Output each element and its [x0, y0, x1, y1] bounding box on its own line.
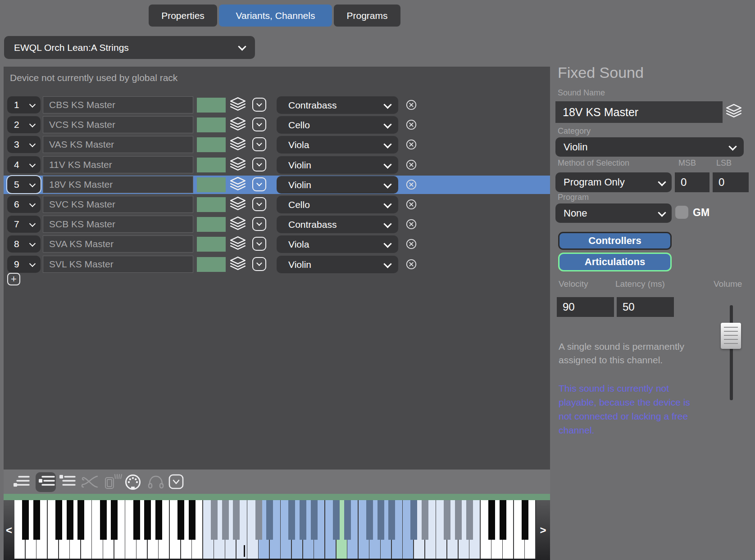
scroll-keyboard-left-button[interactable]: <	[4, 500, 14, 560]
color-swatch[interactable]	[197, 237, 226, 252]
channel-number-dropdown[interactable]: 5	[7, 176, 41, 193]
expand-row-button[interactable]	[252, 177, 266, 191]
add-channel-button[interactable]: +	[7, 273, 20, 285]
layers-icon[interactable]	[229, 157, 246, 173]
channel-row[interactable]: 5 18V KS Master Violin	[4, 176, 550, 194]
remove-channel-icon[interactable]	[406, 219, 417, 230]
black-key-35[interactable]	[410, 500, 417, 540]
black-key-11[interactable]	[144, 500, 151, 540]
channel-number-dropdown[interactable]: 1	[7, 96, 41, 113]
category-dropdown[interactable]: Contrabass	[277, 216, 398, 233]
black-key-45[interactable]	[522, 500, 528, 540]
black-key-1[interactable]	[33, 500, 40, 540]
channel-row[interactable]: 6 SVC KS Master Cello	[4, 195, 550, 214]
volume-slider-handle[interactable]	[721, 323, 741, 349]
channel-number-dropdown[interactable]: 9	[7, 256, 41, 273]
expand-row-button[interactable]	[252, 197, 266, 211]
category-dropdown[interactable]: Contrabass	[277, 96, 398, 114]
expand-row-button[interactable]	[252, 158, 266, 172]
black-key-10[interactable]	[133, 500, 140, 540]
category-dropdown[interactable]: Violin	[277, 156, 398, 174]
color-swatch[interactable]	[197, 217, 226, 232]
velocity-input[interactable]: 90	[557, 297, 614, 317]
channel-number-dropdown[interactable]: 2	[7, 116, 41, 133]
mixer-rows-c-icon[interactable]	[59, 474, 77, 488]
black-key-5[interactable]	[77, 500, 84, 540]
expand-row-button[interactable]	[252, 137, 266, 151]
channel-row[interactable]: 1 CBS KS Master Contrabass	[4, 96, 550, 114]
black-key-22[interactable]	[266, 500, 273, 540]
remove-channel-icon[interactable]	[406, 139, 417, 150]
channel-row[interactable]: 2 VCS KS Master Cello	[4, 116, 550, 134]
sound-name-field[interactable]: SCB KS Master	[43, 216, 193, 233]
black-key-4[interactable]	[67, 500, 73, 540]
layers-icon[interactable]	[229, 117, 246, 133]
black-key-24[interactable]	[288, 500, 295, 540]
category-dropdown[interactable]: Violin	[277, 176, 398, 194]
black-key-36[interactable]	[422, 500, 428, 540]
msb-input[interactable]: 0	[675, 172, 710, 192]
black-key-40[interactable]	[466, 500, 473, 540]
expand-row-button[interactable]	[252, 117, 266, 131]
black-key-29[interactable]	[344, 500, 351, 540]
expand-row-button[interactable]	[252, 98, 266, 112]
tab-variants-channels[interactable]: Variants, Channels	[219, 5, 332, 27]
black-key-38[interactable]	[444, 500, 450, 540]
sound-name-field[interactable]: SVC KS Master	[43, 196, 193, 213]
sound-name-field[interactable]: 18V KS Master	[43, 176, 193, 193]
sound-name-field[interactable]: CBS KS Master	[43, 96, 193, 113]
channel-number-dropdown[interactable]: 4	[7, 156, 41, 173]
midi-din-icon[interactable]	[124, 474, 141, 491]
expand-row-button[interactable]	[252, 217, 266, 231]
layers-icon[interactable]	[229, 256, 246, 272]
black-key-31[interactable]	[366, 500, 373, 540]
channel-row[interactable]: 8 SVA KS Master Viola	[4, 235, 550, 253]
category-dropdown[interactable]: Cello	[277, 116, 398, 134]
color-swatch[interactable]	[197, 98, 226, 113]
expand-row-button[interactable]	[252, 257, 266, 271]
black-key-0[interactable]	[22, 500, 29, 540]
channel-number-dropdown[interactable]: 3	[7, 136, 41, 153]
layers-icon[interactable]	[229, 176, 246, 193]
program-select[interactable]: None	[555, 203, 672, 223]
black-key-12[interactable]	[155, 500, 162, 540]
sound-name-field[interactable]: 11V KS Master	[43, 156, 193, 173]
expand-row-button[interactable]	[252, 237, 266, 251]
color-swatch[interactable]	[197, 137, 226, 152]
category-dropdown[interactable]: Viola	[277, 235, 398, 253]
black-key-39[interactable]	[455, 500, 462, 540]
controllers-button[interactable]: Controllers	[558, 232, 672, 250]
channel-number-dropdown[interactable]: 7	[7, 216, 41, 233]
mixer-rows-a-icon[interactable]	[13, 474, 31, 488]
sound-name-input[interactable]: 18V KS Master	[555, 101, 723, 123]
remove-channel-icon[interactable]	[406, 119, 417, 130]
tab-properties[interactable]: Properties	[149, 5, 217, 27]
color-swatch[interactable]	[197, 158, 226, 172]
channel-number-dropdown[interactable]: 8	[7, 235, 41, 253]
black-key-18[interactable]	[222, 500, 229, 540]
category-dropdown[interactable]: Cello	[277, 196, 398, 213]
mixer-rows-b-icon[interactable]	[38, 474, 56, 488]
collapse-panel-icon[interactable]	[168, 474, 184, 489]
method-of-selection-select[interactable]: Program Only	[555, 172, 672, 192]
remove-channel-icon[interactable]	[406, 179, 417, 190]
black-key-7[interactable]	[100, 500, 107, 540]
category-dropdown[interactable]: Violin	[277, 256, 398, 273]
remove-channel-icon[interactable]	[406, 259, 417, 270]
channel-number-dropdown[interactable]: 6	[7, 196, 41, 213]
black-key-15[interactable]	[189, 500, 196, 540]
black-key-32[interactable]	[378, 500, 384, 540]
sound-name-field[interactable]: SVA KS Master	[43, 235, 193, 253]
black-key-21[interactable]	[255, 500, 262, 540]
color-swatch[interactable]	[197, 257, 226, 272]
channel-row[interactable]: 7 SCB KS Master Contrabass	[4, 215, 550, 234]
device-selector-dropdown[interactable]: EWQL Orch Lean:A Strings	[4, 36, 255, 59]
layers-icon[interactable]	[229, 136, 246, 153]
black-key-26[interactable]	[311, 500, 318, 540]
channel-row[interactable]: 4 11V KS Master Violin	[4, 156, 550, 174]
category-select[interactable]: Violin	[555, 137, 744, 157]
color-swatch[interactable]	[197, 117, 226, 132]
black-key-28[interactable]	[333, 500, 340, 540]
color-swatch[interactable]	[197, 197, 226, 212]
black-key-42[interactable]	[488, 500, 495, 540]
